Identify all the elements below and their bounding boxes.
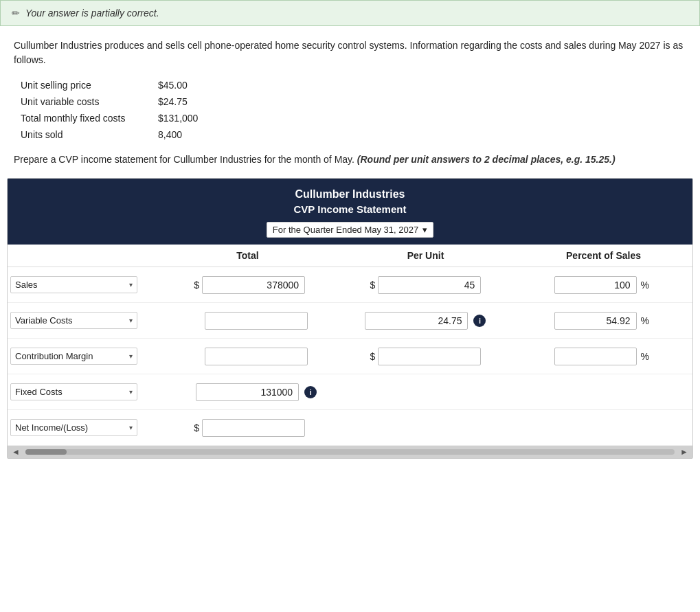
variable-per-unit-cell: i: [337, 312, 513, 330]
info-value-0: $45.00: [158, 80, 227, 91]
cvp-header: Cullumber Industries CVP Income Statemen…: [8, 179, 692, 245]
table-row: Fixed Costs ▾ i: [8, 374, 692, 410]
net-income-total-input[interactable]: [202, 419, 305, 437]
percent-icon: %: [641, 280, 649, 291]
instruction-text: Prepare a CVP income statement for Cullu…: [0, 152, 700, 167]
contribution-percent-cell: %: [514, 348, 690, 365]
info-table: Unit selling price $45.00 Unit variable …: [0, 80, 700, 140]
col-header-label: [8, 250, 159, 261]
sales-per-unit-input[interactable]: [378, 276, 481, 294]
info-label-3: Units sold: [21, 129, 158, 140]
fixed-costs-label: Fixed Costs: [15, 387, 63, 397]
info-icon[interactable]: i: [304, 386, 317, 398]
percent-icon: %: [641, 315, 649, 326]
chevron-down-icon: ▾: [129, 352, 133, 360]
intro-text: Cullumber Industries produces and sells …: [0, 38, 700, 67]
dollar-sign-icon: $: [370, 280, 376, 291]
contribution-per-unit-input[interactable]: [378, 348, 481, 365]
table-row: Sales ▾ $ $ %: [8, 267, 692, 303]
scroll-right-arrow[interactable]: ►: [677, 447, 691, 457]
sales-percent-input[interactable]: [554, 276, 637, 294]
fixed-total-cell: i: [161, 383, 337, 401]
cvp-statement-type: CVP Income Statement: [14, 203, 686, 215]
cvp-date-label: For the Quarter Ended May 31, 2027: [273, 225, 418, 235]
contribution-total-cell: [161, 348, 337, 365]
variable-per-unit-input[interactable]: [365, 312, 468, 330]
contribution-per-unit-cell: $: [337, 348, 513, 365]
data-rows: Sales ▾ $ $ %: [8, 267, 692, 446]
sales-total-cell: $: [161, 276, 337, 294]
page-wrapper: ✏ Your answer is partially correct. Cull…: [0, 0, 700, 612]
chevron-down-icon: ▾: [129, 281, 133, 288]
percent-icon: %: [641, 351, 649, 362]
col-header-percent: Percent of Sales: [515, 250, 692, 261]
chevron-down-icon: ▾: [129, 317, 133, 324]
sales-per-unit-cell: $: [337, 276, 513, 294]
contribution-label-dropdown[interactable]: Contribution Margin ▾: [10, 348, 137, 365]
table-row: Variable Costs ▾ i %: [8, 303, 692, 339]
horizontal-scrollbar[interactable]: ◄ ►: [8, 446, 692, 458]
info-value-2: $131,000: [158, 113, 227, 124]
variable-percent-cell: %: [514, 312, 690, 330]
contribution-margin-label: Contribution Margin: [15, 351, 93, 361]
dollar-sign-icon: $: [194, 280, 199, 291]
fixed-costs-label-dropdown[interactable]: Fixed Costs ▾: [10, 383, 137, 400]
row-label-cell-contribution: Contribution Margin ▾: [10, 348, 161, 365]
sales-total-input[interactable]: [202, 276, 305, 294]
contribution-total-input[interactable]: [205, 348, 308, 365]
cvp-card: Cullumber Industries CVP Income Statemen…: [7, 178, 693, 459]
sales-label: Sales: [15, 280, 38, 290]
scroll-thumb[interactable]: [25, 449, 67, 455]
dollar-sign-icon: $: [194, 422, 199, 433]
table-row: Contribution Margin ▾ $ %: [8, 339, 692, 374]
info-row-1: Unit variable costs $24.75: [21, 96, 679, 107]
table-row: Net Income/(Loss) ▾ $: [8, 410, 692, 446]
cvp-date-select[interactable]: For the Quarter Ended May 31, 2027 ▾: [267, 222, 433, 238]
net-income-label-dropdown[interactable]: Net Income/(Loss) ▾: [10, 419, 137, 436]
dollar-sign-icon: $: [370, 351, 376, 362]
row-label-cell-sales: Sales ▾: [10, 276, 161, 293]
pencil-icon: ✏: [12, 8, 20, 19]
contribution-percent-input[interactable]: [554, 348, 637, 365]
net-income-label: Net Income/(Loss): [15, 422, 88, 433]
chevron-down-icon: ▾: [422, 225, 427, 235]
variable-total-cell: [161, 312, 337, 330]
sales-label-dropdown[interactable]: Sales ▾: [10, 276, 137, 293]
chevron-down-icon: ▾: [129, 424, 133, 431]
row-label-cell-fixed: Fixed Costs ▾: [10, 383, 161, 400]
info-label-1: Unit variable costs: [21, 96, 158, 107]
info-row-2: Total monthly fixed costs $131,000: [21, 113, 679, 124]
cvp-company-name: Cullumber Industries: [14, 188, 686, 201]
column-headers: Total Per Unit Percent of Sales: [8, 245, 692, 267]
fixed-total-input[interactable]: [196, 383, 299, 401]
chevron-down-icon: ▾: [129, 388, 133, 396]
instruction-main: Prepare a CVP income statement for Cullu…: [14, 154, 354, 165]
variable-costs-label-dropdown[interactable]: Variable Costs ▾: [10, 312, 137, 329]
sales-percent-cell: %: [514, 276, 690, 294]
scroll-left-arrow[interactable]: ◄: [9, 447, 23, 457]
info-row-3: Units sold 8,400: [21, 129, 679, 140]
row-label-cell-net: Net Income/(Loss) ▾: [10, 419, 161, 436]
info-label-2: Total monthly fixed costs: [21, 113, 158, 124]
info-label-0: Unit selling price: [21, 80, 158, 91]
col-header-per-unit: Per Unit: [337, 250, 515, 261]
scroll-track[interactable]: [25, 449, 675, 455]
info-icon[interactable]: i: [473, 315, 486, 327]
instruction-italic: (Round per unit answers to 2 decimal pla…: [357, 154, 616, 165]
info-value-1: $24.75: [158, 96, 227, 107]
variable-percent-input[interactable]: [554, 312, 637, 330]
info-row-0: Unit selling price $45.00: [21, 80, 679, 91]
row-label-cell-variable: Variable Costs ▾: [10, 312, 161, 329]
net-income-total-cell: $: [161, 419, 337, 437]
col-header-total: Total: [159, 250, 337, 261]
partial-correct-banner: ✏ Your answer is partially correct.: [0, 0, 700, 26]
variable-costs-label: Variable Costs: [15, 315, 73, 326]
variable-total-input[interactable]: [205, 312, 308, 330]
banner-text: Your answer is partially correct.: [25, 8, 159, 19]
info-value-3: 8,400: [158, 129, 227, 140]
